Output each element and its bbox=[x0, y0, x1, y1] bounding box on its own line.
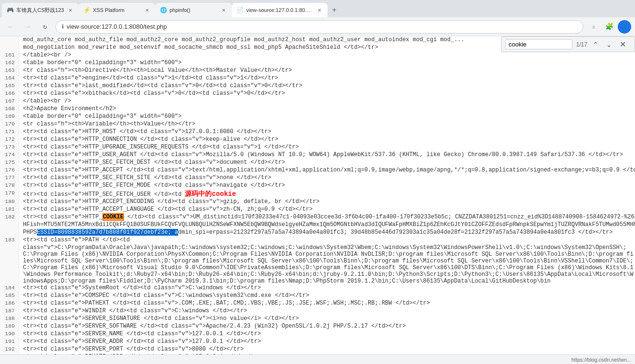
line-num-pre1 bbox=[0, 36, 19, 44]
source-line-183: 183 <tr><td class="e">PATH </td><td bbox=[0, 237, 635, 244]
line-content-170: <tr class="h"><th>Variable</th><th>Value… bbox=[19, 121, 195, 128]
line-num-163: 163 bbox=[0, 67, 19, 75]
source-line-path: class="v">C:\ProgramData\Oracle\Java\jav… bbox=[0, 244, 635, 284]
line-content-175: <tr><td class="e">HTTP_SEC_FETCH_DEST </… bbox=[19, 159, 285, 167]
source-line-171: 171 <tr><td class="e">HTTP_HOST </td><td… bbox=[0, 128, 635, 136]
source-line-session: PHPSESSID=8098838592a7d7b808f01f927debf2… bbox=[0, 229, 635, 237]
line-content-167: </table><br /> bbox=[19, 98, 71, 105]
tabs-bar: 🎮 车锋真人CS野战123 ✕ ⚡ XSS Platform ✕ 🌐 phpin… bbox=[0, 0, 635, 17]
source-line-172: 172 <tr><td class="e">HTTP_CONNECTION </… bbox=[0, 136, 635, 144]
line-content-163: <tr class="h"><th>Directive</th><th>Loca… bbox=[19, 67, 292, 75]
source-line-182: 182 <tr><td class="e">HTTP_COOKIE </td><… bbox=[0, 214, 635, 221]
line-content-169: <table border="0" cellpadding="3" width=… bbox=[19, 113, 181, 121]
line-content-168: <h2>Apache Environment</h2> bbox=[19, 105, 116, 113]
line-content-188: <tr><td class="e">SERVER_SIGNATURE </td>… bbox=[19, 315, 299, 323]
line-num-175: 175 bbox=[0, 159, 19, 167]
tab-3-close[interactable]: ✕ bbox=[220, 7, 227, 13]
line-num-183: 183 bbox=[0, 237, 19, 244]
line-num-176: 176 bbox=[0, 167, 19, 174]
tab-1-close[interactable]: ✕ bbox=[67, 7, 74, 13]
source-line-166: 166 <tr><td class="e">xbithack</td><td c… bbox=[0, 90, 635, 98]
find-next-button[interactable]: ⌄ bbox=[604, 40, 614, 49]
line-content-166: <tr><td class="e">xbithack</td><td class… bbox=[19, 90, 285, 98]
line-num-168: 168 bbox=[0, 105, 19, 113]
line-num-172: 172 bbox=[0, 136, 19, 144]
line-content-session: PHPSESSID=8098838592a7d7b808f01f927debf2… bbox=[19, 229, 612, 237]
cookie-highlight: COOKIE bbox=[102, 213, 124, 221]
line-num-177: 177 bbox=[0, 174, 19, 182]
line-content-long1: HFish=MTU5NTE2MTA5MnxBdilCQkFFQ1B0SUFBUk… bbox=[19, 221, 635, 229]
extensions-button[interactable]: 🧩 bbox=[602, 20, 616, 34]
tab-2-favicon: ⚡ bbox=[83, 7, 90, 13]
tab-3[interactable]: 🌐 phpinfo() ✕ bbox=[155, 3, 232, 17]
line-num-167: 167 bbox=[0, 98, 19, 105]
line-num-186: 186 bbox=[0, 300, 19, 307]
line-content-164: <tr><td class="e">engine</td><td class="… bbox=[19, 75, 278, 82]
line-content-187: <tr><td class="e">WINDIR </td><td class=… bbox=[19, 307, 247, 315]
line-content-181: <tr><td class="e">HTTP_ACCEPT_LANGUAGE <… bbox=[19, 206, 313, 214]
source-line-long1: HFish=MTU5NTE2MTA5MnxBdilCQkFFQ1B0SUFBUk… bbox=[0, 221, 635, 229]
line-content-path: class="v">C:\ProgramData\Oracle\Java\jav… bbox=[19, 244, 635, 284]
address-bar[interactable]: ℹ view-source:127.0.0.1:8080/test.php bbox=[56, 20, 583, 34]
line-content-pre1: mod_authz_core mod_authz_file mod_authz2… bbox=[19, 36, 465, 44]
source-view-container: 1/17 ⌃ ⌄ ✕ mod_authz_core mod_authz_file… bbox=[0, 36, 635, 364]
bookmark-button[interactable]: ☆ bbox=[587, 20, 601, 34]
line-num-187: 187 bbox=[0, 307, 19, 315]
profile-button[interactable]: 👤 bbox=[618, 20, 631, 34]
forward-button[interactable]: → bbox=[21, 20, 34, 34]
line-content-191: <tr><td class="e">SERVER_ADDR </td><td c… bbox=[19, 338, 261, 346]
tab-4[interactable]: 📄 view-source:127.0.0.1:8080/te... ✕ bbox=[232, 3, 328, 17]
source-line-187: 187 <tr><td class="e">WINDIR </td><td cl… bbox=[0, 307, 635, 315]
tab-1-title: 车锋真人CS野战123 bbox=[16, 7, 64, 14]
tab-1[interactable]: 🎮 车锋真人CS野战123 ✕ bbox=[2, 3, 79, 17]
line-num-179: 179 bbox=[0, 190, 19, 198]
source-line-174: 174 <tr><td class="e">HTTP_USER_AGENT </… bbox=[0, 151, 635, 159]
line-num-180: 180 bbox=[0, 198, 19, 206]
line-num-166: 166 bbox=[0, 90, 19, 98]
find-prev-button[interactable]: ⌃ bbox=[591, 40, 601, 49]
line-num-174: 174 bbox=[0, 151, 19, 159]
line-content-pre2: mod_negotiation mod_rewrite mod_setenvif… bbox=[19, 44, 378, 52]
line-content-165: <tr><td class="e">last_modified</td><td … bbox=[19, 82, 302, 90]
new-tab-button[interactable]: + bbox=[328, 4, 341, 17]
line-num-192: 192 bbox=[0, 346, 19, 353]
source-line-191: 191 <tr><td class="e">SERVER_ADDR </td><… bbox=[0, 338, 635, 346]
source-line-189: 189 <tr><td class="e">SERVER_SOFTWARE </… bbox=[0, 323, 635, 330]
line-content-161: </table><br /> bbox=[19, 52, 71, 59]
line-num-pre2 bbox=[0, 44, 19, 52]
line-content-192: <tr><td class="e">SERVER_PORT </td><td c… bbox=[19, 346, 244, 353]
back-button[interactable]: ← bbox=[4, 20, 17, 34]
line-num-184: 184 bbox=[0, 284, 19, 292]
source-line-178: 178 <tr><td class="e">HTTP_SEC_FETCH_MOD… bbox=[0, 182, 635, 190]
session-highlight: ESSID=8098838592a7d7b808f01f927debf23e; … bbox=[37, 229, 178, 236]
source-line-177: 177 <tr><td class="e">HTTP_SEC_FETCH_SIT… bbox=[0, 174, 635, 182]
tab-2-title: XSS Platform bbox=[93, 7, 141, 13]
tab-4-close[interactable]: ✕ bbox=[316, 7, 323, 13]
line-num-169: 169 bbox=[0, 113, 19, 121]
source-line-181: 181 <tr><td class="e">HTTP_ACCEPT_LANGUA… bbox=[0, 206, 635, 214]
tab-2-close[interactable]: ✕ bbox=[144, 7, 150, 13]
tab-2[interactable]: ⚡ XSS Platform ✕ bbox=[79, 3, 155, 17]
line-content-183: <tr><td class="e">PATH </td><td bbox=[19, 237, 130, 244]
source-line-175: 175 <tr><td class="e">HTTP_SEC_FETCH_DES… bbox=[0, 159, 635, 167]
line-num-191: 191 bbox=[0, 338, 19, 346]
address-text: view-source:127.0.0.1:8080/test.php bbox=[67, 23, 167, 30]
source-line-176: 176 <tr><td class="e">HTTP_ACCEPT </td><… bbox=[0, 167, 635, 174]
line-num-171: 171 bbox=[0, 128, 19, 136]
source-line-186: 186 <tr><td class="e">PATHEXT </td><td c… bbox=[0, 300, 635, 307]
line-num-165: 165 bbox=[0, 82, 19, 90]
source-view: mod_authz_core mod_authz_file mod_authz2… bbox=[0, 36, 635, 361]
source-line-164: 164 <tr><td class="e">engine</td><td cla… bbox=[0, 75, 635, 82]
source-line-192: 192 <tr><td class="e">SERVER_PORT </td><… bbox=[0, 346, 635, 353]
source-line-179: 179 <tr><td class="e">HTTP_SEC_FETCH_USE… bbox=[0, 190, 635, 198]
line-num-long1 bbox=[0, 221, 19, 229]
source-line-180: 180 <tr><td class="e">HTTP_ACCEPT_ENCODI… bbox=[0, 198, 635, 206]
line-num-161: 161 bbox=[0, 52, 19, 59]
source-line-184: 184 <tr><td class="e">SystemRoot </td><t… bbox=[0, 284, 635, 292]
reload-button[interactable]: ↻ bbox=[38, 20, 52, 34]
source-line-168: 168 <h2>Apache Environment</h2> bbox=[0, 105, 635, 113]
line-num-173: 173 bbox=[0, 144, 19, 151]
line-content-184: <tr><td class="e">SystemRoot </td><td cl… bbox=[19, 284, 261, 292]
find-close-button[interactable]: ✕ bbox=[618, 39, 628, 50]
find-input[interactable] bbox=[505, 39, 572, 49]
